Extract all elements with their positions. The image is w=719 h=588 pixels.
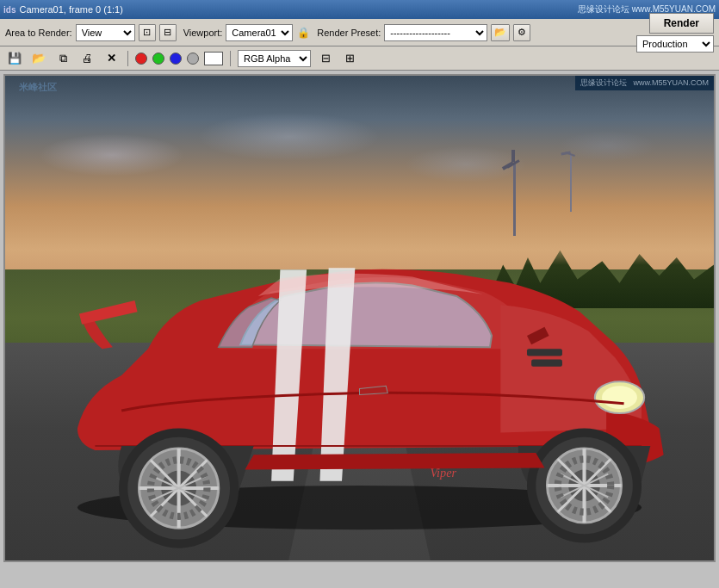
viewport-select[interactable]: Camera01 — [226, 24, 293, 41]
app-label: ids — [3, 5, 15, 15]
toolbar-row1: Area to Render: View Selected Region Blo… — [0, 19, 719, 46]
viewport-group: Viewport: Camera01 🔒 — [183, 24, 311, 41]
green-dot[interactable] — [152, 53, 164, 65]
title-bar: ids Camera01, frame 0 (1:1) 思缘设计论坛 www.M… — [0, 0, 719, 19]
svg-rect-1 — [527, 349, 562, 356]
render-mode-select[interactable]: Production ActiveShade A360 Iterative — [636, 35, 714, 53]
open-icon-btn[interactable]: 📂 — [29, 49, 48, 68]
channel-merge-btn[interactable]: ⊞ — [340, 49, 359, 68]
viewport-label: Viewport: — [183, 28, 223, 38]
render-image-area: Viper 思缘设计论坛 www.M55YUAN.COM 米峰社区 — [3, 74, 716, 562]
area-to-render-group: Area to Render: View Selected Region Blo… — [5, 24, 177, 41]
main-content: Viper 思缘设计论坛 www.M55YUAN.COM 米峰社区 — [0, 71, 719, 566]
car-svg: Viper — [5, 76, 714, 560]
red-dot[interactable] — [135, 53, 147, 65]
white-swatch[interactable] — [204, 52, 223, 65]
channel-select[interactable]: RGB Alpha Red Green Blue Alpha Z Depth — [238, 50, 311, 67]
clone-icon-btn[interactable]: ⧉ — [53, 49, 72, 68]
logo-watermark: 米峰社区 — [19, 81, 57, 94]
render-button[interactable]: Render — [649, 13, 714, 34]
svg-rect-2 — [531, 360, 562, 367]
channel-split-btn[interactable]: ⊟ — [316, 49, 335, 68]
lock-icon: 🔒 — [296, 26, 310, 40]
title-bar-left: ids Camera01, frame 0 (1:1) — [3, 4, 123, 15]
rendered-image: Viper 思缘设计论坛 www.M55YUAN.COM 米峰社区 — [5, 76, 714, 560]
save-icon-btn[interactable]: 💾 — [5, 49, 24, 68]
window-title: Camera01, frame 0 (1:1) — [19, 4, 122, 15]
render-controls: Render Production ActiveShade A360 Itera… — [636, 13, 714, 53]
render-preset-label: Render Preset: — [317, 28, 381, 38]
separator1 — [127, 51, 128, 66]
svg-point-4 — [602, 386, 637, 409]
site-watermark: 思缘设计论坛 www.M55YUAN.COM — [575, 76, 714, 90]
print-icon-btn[interactable]: 🖨 — [77, 49, 96, 68]
preset-load-btn[interactable]: 📂 — [491, 24, 510, 41]
area-icon-btn1[interactable]: ⊡ — [139, 24, 156, 41]
render-preset-select[interactable]: ------------------- — [384, 24, 487, 41]
area-to-render-label: Area to Render: — [5, 28, 72, 38]
render-preset-group: Render Preset: ------------------- 📂 ⚙ — [317, 24, 530, 41]
preset-save-btn[interactable]: ⚙ — [513, 24, 530, 41]
area-to-render-select[interactable]: View Selected Region Blowup Box — [76, 24, 135, 41]
blue-dot[interactable] — [170, 53, 182, 65]
area-icon-btn2[interactable]: ⊟ — [159, 24, 177, 41]
close-x-btn[interactable]: ✕ — [102, 49, 121, 68]
gray-dot[interactable] — [187, 53, 199, 65]
separator2 — [230, 51, 231, 66]
toolbar-row2: 💾 📂 ⧉ 🖨 ✕ RGB Alpha Red Green Blue Alpha… — [0, 46, 719, 71]
